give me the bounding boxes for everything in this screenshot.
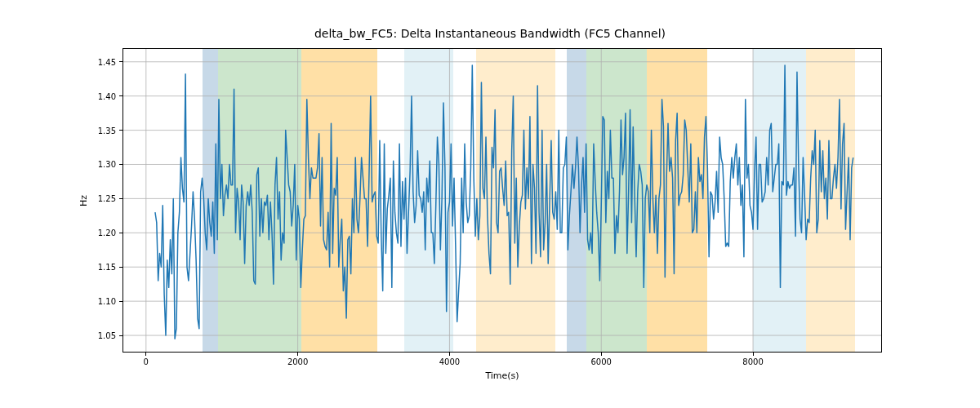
y-tick-label: 1.40 <box>98 91 116 100</box>
y-tick-mark <box>119 61 122 62</box>
x-tick-mark <box>601 353 602 356</box>
y-tick-label: 1.35 <box>98 126 116 135</box>
x-tick-mark <box>449 353 450 356</box>
y-tick-mark <box>119 267 122 268</box>
chart-title: delta_bw_FC5: Delta Instantaneous Bandwi… <box>0 27 980 40</box>
y-tick-label: 1.30 <box>98 160 116 169</box>
y-tick-label: 1.20 <box>98 228 116 237</box>
y-tick-label: 1.45 <box>98 57 116 66</box>
x-tick-label: 6000 <box>591 357 612 366</box>
y-tick-mark <box>119 198 122 199</box>
y-tick-mark <box>119 164 122 165</box>
y-tick-mark <box>119 130 122 131</box>
x-tick-mark <box>297 353 298 356</box>
y-tick-mark <box>119 301 122 302</box>
x-tick-mark <box>145 353 146 356</box>
y-tick-mark <box>119 335 122 336</box>
x-axis-label: Time(s) <box>485 370 519 381</box>
x-tick-label: 2000 <box>287 357 308 366</box>
chart-axes <box>122 48 882 353</box>
x-tick-mark <box>753 353 754 356</box>
y-tick-mark <box>119 233 122 233</box>
y-axis-label: Hz <box>78 194 89 206</box>
chart-figure: delta_bw_FC5: Delta Instantaneous Bandwi… <box>0 0 980 408</box>
y-tick-label: 1.05 <box>98 331 116 340</box>
x-tick-label: 0 <box>144 357 149 366</box>
y-tick-mark <box>119 95 122 96</box>
plot-canvas <box>122 48 882 353</box>
line-series-delta-bw-fc5 <box>155 65 853 339</box>
y-tick-label: 1.15 <box>98 263 116 272</box>
y-tick-label: 1.10 <box>98 297 116 306</box>
x-tick-label: 4000 <box>439 357 460 366</box>
x-tick-label: 8000 <box>742 357 763 366</box>
y-tick-label: 1.25 <box>98 194 116 203</box>
